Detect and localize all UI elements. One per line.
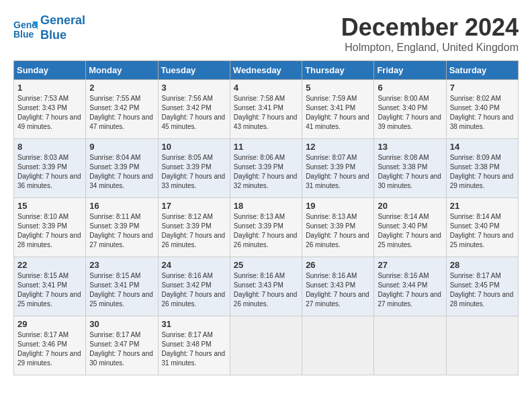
daylight: Daylight: 7 hours and 36 minutes. [17, 172, 82, 191]
sunset: Sunset: 3:42 PM [162, 103, 226, 113]
cell-content: Sunrise: 8:16 AM Sunset: 3:44 PM Dayligh… [378, 271, 442, 309]
col-header-saturday: Saturday [446, 61, 518, 80]
logo-text: General Blue [40, 13, 85, 42]
calendar-cell: 23 Sunrise: 8:15 AM Sunset: 3:41 PM Dayl… [86, 257, 158, 316]
sunrise: Sunrise: 8:17 AM [162, 330, 226, 340]
sunset: Sunset: 3:42 PM [89, 103, 154, 113]
day-number: 22 [17, 260, 82, 270]
day-number: 18 [234, 201, 298, 211]
week-row-2: 8 Sunrise: 8:03 AM Sunset: 3:39 PM Dayli… [14, 139, 519, 198]
sunset: Sunset: 3:39 PM [234, 163, 298, 172]
daylight: Daylight: 7 hours and 28 minutes. [17, 231, 82, 250]
sunset: Sunset: 3:42 PM [162, 281, 226, 290]
day-number: 9 [89, 142, 154, 152]
page-header: General Blue General Blue December 2024 … [13, 13, 519, 54]
day-number: 31 [162, 319, 226, 329]
calendar-cell: 26 Sunrise: 8:16 AM Sunset: 3:43 PM Dayl… [302, 257, 374, 316]
sunrise: Sunrise: 8:17 AM [17, 330, 82, 340]
sunrise: Sunrise: 8:13 AM [306, 212, 370, 222]
calendar-cell: 17 Sunrise: 8:12 AM Sunset: 3:39 PM Dayl… [158, 198, 230, 257]
daylight: Daylight: 7 hours and 45 minutes. [162, 113, 226, 132]
sunrise: Sunrise: 8:17 AM [450, 271, 515, 281]
day-number: 27 [378, 260, 442, 270]
day-number: 24 [162, 260, 226, 270]
calendar-cell [446, 316, 518, 375]
calendar-cell: 30 Sunrise: 8:17 AM Sunset: 3:47 PM Dayl… [86, 316, 158, 375]
day-number: 1 [17, 83, 82, 93]
calendar-cell: 11 Sunrise: 8:06 AM Sunset: 3:39 PM Dayl… [230, 139, 302, 198]
sunrise: Sunrise: 8:15 AM [89, 271, 154, 281]
logo-icon: General Blue [13, 16, 38, 40]
sunset: Sunset: 3:44 PM [378, 281, 442, 290]
calendar-cell: 27 Sunrise: 8:16 AM Sunset: 3:44 PM Dayl… [374, 257, 446, 316]
calendar-cell: 6 Sunrise: 8:00 AM Sunset: 3:40 PM Dayli… [374, 80, 446, 139]
col-header-friday: Friday [374, 61, 446, 80]
cell-content: Sunrise: 8:17 AM Sunset: 3:47 PM Dayligh… [89, 330, 154, 368]
day-number: 13 [378, 142, 442, 152]
daylight: Daylight: 7 hours and 30 minutes. [378, 172, 442, 191]
logo-line2: Blue [40, 28, 66, 42]
sunset: Sunset: 3:41 PM [306, 103, 370, 113]
month-title: December 2024 [341, 13, 519, 42]
cell-content: Sunrise: 8:06 AM Sunset: 3:39 PM Dayligh… [234, 153, 298, 191]
day-number: 7 [450, 83, 515, 93]
sunset: Sunset: 3:39 PM [89, 163, 154, 172]
daylight: Daylight: 7 hours and 25 minutes. [450, 231, 515, 250]
daylight: Daylight: 7 hours and 26 minutes. [162, 231, 226, 250]
sunrise: Sunrise: 8:16 AM [306, 271, 370, 281]
week-row-1: 1 Sunrise: 7:53 AM Sunset: 3:43 PM Dayli… [14, 80, 519, 139]
logo: General Blue General Blue [13, 13, 85, 42]
col-header-sunday: Sunday [14, 61, 86, 80]
day-number: 2 [89, 83, 154, 93]
daylight: Daylight: 7 hours and 31 minutes. [162, 349, 226, 368]
sunset: Sunset: 3:40 PM [450, 103, 515, 113]
daylight: Daylight: 7 hours and 25 minutes. [378, 231, 442, 250]
calendar-cell: 2 Sunrise: 7:55 AM Sunset: 3:42 PM Dayli… [86, 80, 158, 139]
sunset: Sunset: 3:39 PM [89, 222, 154, 231]
sunrise: Sunrise: 8:14 AM [378, 212, 442, 222]
cell-content: Sunrise: 8:00 AM Sunset: 3:40 PM Dayligh… [378, 94, 442, 132]
sunset: Sunset: 3:40 PM [450, 222, 515, 231]
sunrise: Sunrise: 8:16 AM [234, 271, 298, 281]
calendar-cell: 5 Sunrise: 7:59 AM Sunset: 3:41 PM Dayli… [302, 80, 374, 139]
sunrise: Sunrise: 8:11 AM [89, 212, 154, 222]
calendar-cell: 12 Sunrise: 8:07 AM Sunset: 3:39 PM Dayl… [302, 139, 374, 198]
location: Holmpton, England, United Kingdom [341, 42, 519, 54]
calendar-cell: 16 Sunrise: 8:11 AM Sunset: 3:39 PM Dayl… [86, 198, 158, 257]
col-header-wednesday: Wednesday [230, 61, 302, 80]
cell-content: Sunrise: 8:15 AM Sunset: 3:41 PM Dayligh… [89, 271, 154, 309]
sunset: Sunset: 3:43 PM [234, 281, 298, 290]
sunset: Sunset: 3:47 PM [89, 340, 154, 349]
sunrise: Sunrise: 8:16 AM [162, 271, 226, 281]
cell-content: Sunrise: 7:56 AM Sunset: 3:42 PM Dayligh… [162, 94, 226, 132]
sunrise: Sunrise: 8:15 AM [17, 271, 82, 281]
calendar-cell: 20 Sunrise: 8:14 AM Sunset: 3:40 PM Dayl… [374, 198, 446, 257]
day-number: 5 [306, 83, 370, 93]
daylight: Daylight: 7 hours and 34 minutes. [89, 172, 154, 191]
cell-content: Sunrise: 8:15 AM Sunset: 3:41 PM Dayligh… [17, 271, 82, 309]
sunrise: Sunrise: 8:07 AM [306, 153, 370, 163]
sunrise: Sunrise: 7:56 AM [162, 94, 226, 103]
calendar-cell: 10 Sunrise: 8:05 AM Sunset: 3:39 PM Dayl… [158, 139, 230, 198]
sunset: Sunset: 3:39 PM [17, 163, 82, 172]
daylight: Daylight: 7 hours and 26 minutes. [234, 290, 298, 309]
calendar-cell: 29 Sunrise: 8:17 AM Sunset: 3:46 PM Dayl… [14, 316, 86, 375]
calendar-cell [230, 316, 302, 375]
calendar-cell: 4 Sunrise: 7:58 AM Sunset: 3:41 PM Dayli… [230, 80, 302, 139]
sunrise: Sunrise: 8:10 AM [17, 212, 82, 222]
calendar-cell: 19 Sunrise: 8:13 AM Sunset: 3:39 PM Dayl… [302, 198, 374, 257]
cell-content: Sunrise: 8:16 AM Sunset: 3:43 PM Dayligh… [234, 271, 298, 309]
daylight: Daylight: 7 hours and 47 minutes. [89, 113, 154, 132]
week-row-5: 29 Sunrise: 8:17 AM Sunset: 3:46 PM Dayl… [14, 316, 519, 375]
calendar-cell: 24 Sunrise: 8:16 AM Sunset: 3:42 PM Dayl… [158, 257, 230, 316]
sunrise: Sunrise: 8:12 AM [162, 212, 226, 222]
cell-content: Sunrise: 8:17 AM Sunset: 3:45 PM Dayligh… [450, 271, 515, 309]
daylight: Daylight: 7 hours and 25 minutes. [17, 290, 82, 309]
sunset: Sunset: 3:39 PM [162, 222, 226, 231]
day-number: 15 [17, 201, 82, 211]
day-number: 16 [89, 201, 154, 211]
calendar-cell: 13 Sunrise: 8:08 AM Sunset: 3:38 PM Dayl… [374, 139, 446, 198]
calendar-cell: 28 Sunrise: 8:17 AM Sunset: 3:45 PM Dayl… [446, 257, 518, 316]
daylight: Daylight: 7 hours and 41 minutes. [306, 113, 370, 132]
daylight: Daylight: 7 hours and 27 minutes. [89, 231, 154, 250]
